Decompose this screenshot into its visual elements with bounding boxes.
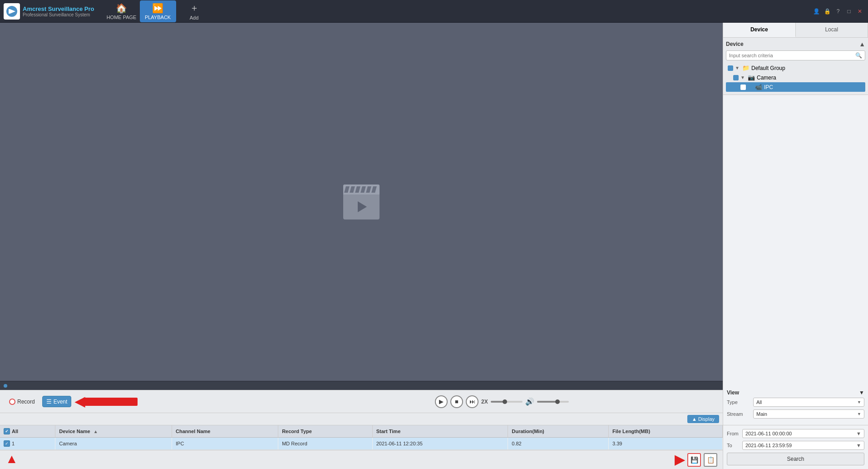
from-label: From: [727, 431, 740, 436]
stream-label: Stream: [727, 411, 750, 417]
tree-default-group-label: Default Group: [751, 65, 785, 71]
device-section-toggle[interactable]: ▲: [859, 40, 865, 48]
next-frame-btn[interactable]: ⏭: [466, 395, 478, 408]
type-value: All: [756, 399, 762, 405]
play-icon: [358, 201, 367, 212]
to-row: To 2021-06-11 23:59:59 ▼: [727, 441, 864, 450]
save-icon: 💾: [690, 456, 698, 464]
app-logo-icon: [4, 3, 20, 20]
main-layout: Record ☰ Event ◀ ▶ ■ ⏭ 2X 🔊: [0, 23, 868, 469]
stream-select[interactable]: Main ▼: [753, 409, 864, 419]
type-select-arrow: ▼: [857, 400, 861, 404]
table-row[interactable]: 1 Camera IPC MD Record 2021-06-11 12:20:…: [0, 438, 723, 450]
expand-camera-icon[interactable]: ▼: [740, 75, 746, 80]
to-value: 2021-06-11 23:59:59: [745, 443, 792, 448]
controls-bar: Record ☰ Event ◀ ▶ ■ ⏭ 2X 🔊: [0, 390, 723, 413]
timeline-bar: [0, 381, 723, 390]
tree-ipc[interactable]: 📹 IPC: [726, 82, 865, 92]
playback-icon: ⏩: [152, 3, 163, 14]
tree-check-default[interactable]: [728, 65, 733, 71]
from-calendar-icon[interactable]: ▼: [856, 431, 861, 436]
restore-icon-btn[interactable]: □: [844, 7, 853, 16]
view-section: View ▼ Type All ▼ Stream Main ▼: [723, 384, 868, 425]
tree-check-ipc[interactable]: [740, 85, 746, 90]
play-pause-btn[interactable]: ▶: [435, 395, 448, 408]
table-area: ▲ Display All Device Name ▲: [0, 413, 723, 450]
device-search-input[interactable]: [729, 53, 855, 58]
volume-icon: 🔊: [525, 397, 534, 406]
panel-middle-area: [723, 95, 868, 384]
titlebar: Amcrest Surveillance Pro Professional Su…: [0, 0, 868, 23]
expand-default-icon[interactable]: ▼: [735, 65, 740, 70]
event-type-btn[interactable]: ☰ Event: [42, 396, 72, 407]
svg-rect-2: [9, 9, 10, 14]
app-subtitle: Professional Surveillance System: [23, 12, 94, 17]
right-panel: Device Local Device ▲ 🔍 ▼ 📁 Default: [723, 23, 868, 469]
timeline-dot: [4, 384, 7, 388]
add-icon: ＋: [190, 2, 199, 14]
nav-home-label: HOME PAGE: [107, 15, 137, 20]
row-start-time-1: 2021-06-11 12:20:35: [372, 438, 508, 450]
row-checkbox-1[interactable]: [4, 440, 10, 447]
nav-playback-label: PLAYBACK: [145, 15, 171, 20]
view-section-toggle[interactable]: ▼: [859, 389, 864, 396]
bottom-action-bar: ▲ ▶ 💾 📋: [0, 450, 723, 469]
event-arrow-indicator: ◀: [75, 394, 138, 409]
row-num-1: 1: [12, 441, 15, 446]
stop-btn[interactable]: ■: [450, 395, 463, 408]
device-search-box[interactable]: 🔍: [726, 50, 865, 60]
group-icon: 📁: [742, 65, 750, 71]
date-section: From 2021-06-11 00:00:00 ▼ To 2021-06-11…: [723, 425, 868, 469]
col-start-time: Start Time: [372, 425, 508, 438]
search-icon[interactable]: 🔍: [855, 52, 862, 59]
record-radio[interactable]: [9, 399, 15, 405]
from-row: From 2021-06-11 00:00:00 ▼: [727, 429, 864, 438]
close-icon-btn[interactable]: ✕: [855, 7, 864, 16]
clap-top: [343, 185, 380, 195]
app-name: Amcrest Surveillance Pro: [23, 5, 94, 12]
col-channel-name: Channel Name: [172, 425, 278, 438]
user-icon-btn[interactable]: 👤: [812, 7, 821, 16]
tree-default-group[interactable]: ▼ 📁 Default Group: [726, 63, 865, 73]
nav-playback[interactable]: ⏩ PLAYBACK: [140, 0, 176, 22]
video-area: [0, 23, 723, 381]
tab-device[interactable]: Device: [723, 23, 796, 37]
records-table: All Device Name ▲ Channel Name Record Ty…: [0, 425, 723, 450]
tree-check-camera[interactable]: [733, 75, 739, 80]
save-btn[interactable]: 💾: [687, 453, 701, 467]
type-label: Type: [727, 399, 750, 405]
export-btn[interactable]: 📋: [704, 453, 717, 467]
row-device-name-1: Camera: [55, 438, 172, 450]
row-channel-name-1: IPC: [172, 438, 278, 450]
tab-local[interactable]: Local: [796, 23, 868, 37]
to-label: To: [727, 443, 740, 448]
event-label: Event: [54, 399, 68, 405]
from-input[interactable]: 2021-06-11 00:00:00 ▼: [742, 429, 864, 438]
nav-home[interactable]: 🏠 HOME PAGE: [104, 0, 140, 22]
col-device-name[interactable]: Device Name ▲: [55, 425, 172, 438]
lock-icon-btn[interactable]: 🔒: [823, 7, 832, 16]
display-button[interactable]: ▲ Display: [687, 415, 719, 423]
row-duration-1: 0.82: [508, 438, 609, 450]
help-icon-btn[interactable]: ?: [833, 7, 843, 16]
col-all: All: [0, 425, 55, 438]
to-calendar-icon[interactable]: ▼: [856, 443, 861, 448]
record-type-btn[interactable]: Record: [5, 397, 39, 407]
select-all-checkbox[interactable]: [4, 428, 10, 434]
speed-slider[interactable]: [491, 401, 523, 403]
ipc-icon: 📹: [755, 84, 762, 90]
type-select[interactable]: All ▼: [753, 398, 864, 407]
export-icon: 📋: [707, 456, 715, 464]
stream-value: Main: [756, 411, 767, 417]
tree-camera[interactable]: ▼ 📷 Camera: [726, 73, 865, 82]
nav-add[interactable]: ＋ Add: [176, 0, 212, 22]
right-arrow-indicator: ▶: [675, 452, 685, 467]
to-input[interactable]: 2021-06-11 23:59:59 ▼: [742, 441, 864, 450]
center-area: Record ☰ Event ◀ ▶ ■ ⏭ 2X 🔊: [0, 23, 723, 469]
type-row: Type All ▼: [727, 398, 864, 407]
clapboard-icon: [343, 185, 380, 220]
view-section-header[interactable]: View ▼: [727, 388, 864, 398]
panel-tabs: Device Local: [723, 23, 868, 38]
search-button[interactable]: Search: [727, 453, 864, 465]
volume-slider[interactable]: [537, 401, 569, 403]
